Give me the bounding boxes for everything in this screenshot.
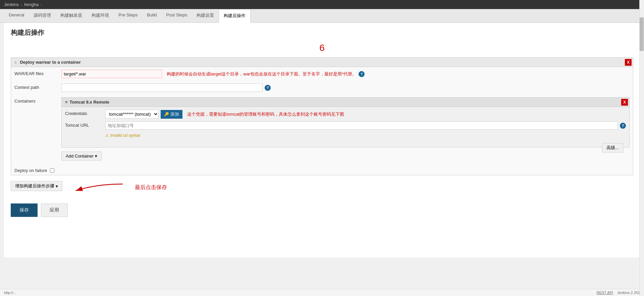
- tab-build-env[interactable]: 构建环境: [87, 9, 114, 22]
- add-container-button[interactable]: Add Container ▾: [61, 152, 102, 161]
- credentials-label: Credentials: [65, 110, 102, 116]
- credentials-annotation: 这个凭据，需要知道tomcat的管理账号和密码，具体怎么拿到这个账号密码见下图: [187, 111, 344, 117]
- context-path-input[interactable]: [61, 83, 263, 92]
- war-annotation: 构建的时候会自动生成target这个目录，war包也会放在这个目录下面。至于名字…: [167, 71, 357, 77]
- deploy-failure-label: Deploy on failure: [14, 168, 47, 173]
- section-header: ≡ Deploy war/ear to a container: [11, 58, 633, 67]
- tab-bar: General 源码管理 构建触发器 构建环境 Pre Steps Build …: [0, 9, 644, 23]
- tab-build-settings[interactable]: 构建设置: [192, 9, 219, 22]
- tomcat-url-input-area: ? ⚠ Invalid url syntax: [105, 121, 626, 138]
- tab-general[interactable]: General: [4, 9, 29, 22]
- container-close-button[interactable]: X: [621, 99, 628, 106]
- tab-build[interactable]: Build: [142, 9, 161, 22]
- action-buttons: 保存 应用: [11, 199, 633, 217]
- scrollbar-thumb[interactable]: [640, 17, 644, 51]
- context-path-label: Context path: [14, 83, 58, 90]
- advanced-button[interactable]: 高级...: [602, 143, 623, 153]
- context-path-row: Context path ?: [11, 81, 633, 95]
- drag-handle-icon: ≡: [14, 60, 16, 64]
- credentials-row: Credentials tomcat/****** (tomcat) 🔑 添加 …: [65, 110, 626, 119]
- warning-icon: ⚠: [105, 133, 109, 138]
- tomcat-url-help-icon[interactable]: ?: [620, 123, 626, 129]
- add-container-dropdown-icon: ▾: [95, 154, 97, 159]
- section-close-button[interactable]: X: [625, 59, 632, 66]
- containers-row: Containers X ≡ Tomcat 9.x Remote Credent…: [11, 95, 633, 166]
- post-build-dropdown-icon: ▾: [56, 184, 58, 189]
- top-bar: Jenkins › hengha ›: [0, 0, 644, 9]
- hengha-link[interactable]: hengha: [24, 2, 39, 7]
- key-icon: 🔑: [164, 112, 169, 117]
- tab-build-trigger[interactable]: 构建触发器: [56, 9, 87, 22]
- tab-source-mgmt[interactable]: 源码管理: [29, 9, 56, 22]
- add-button-label: 添加: [170, 111, 179, 117]
- arrow-svg: [69, 181, 129, 194]
- tab-pre-steps[interactable]: Pre Steps: [114, 9, 142, 22]
- tomcat-url-input[interactable]: [105, 121, 618, 130]
- breadcrumb-chevron2: ›: [41, 3, 42, 7]
- containers-label: Containers: [14, 97, 58, 104]
- apply-button[interactable]: 应用: [41, 203, 68, 217]
- container-form: Credentials tomcat/****** (tomcat) 🔑 添加 …: [62, 107, 629, 147]
- annotation-number: 6: [11, 43, 633, 53]
- page-title: 构建后操作: [11, 28, 633, 37]
- war-input[interactable]: [61, 70, 162, 78]
- save-button[interactable]: 保存: [11, 203, 38, 217]
- tomcat-url-row: Tomcat URL ? ⚠ Invalid url syntax: [65, 121, 626, 138]
- tab-post-build-actions[interactable]: 构建后操作: [219, 9, 251, 23]
- containers-area: X ≡ Tomcat 9.x Remote Credentials tomcat…: [61, 97, 630, 163]
- main-content: 构建后操作 6 X ≡ Deploy war/ear to a containe…: [4, 23, 640, 257]
- context-path-input-area: ?: [61, 83, 630, 92]
- credentials-input-area: tomcat/****** (tomcat) 🔑 添加 这个凭据，需要知道tom…: [105, 110, 626, 119]
- tomcat-url-label: Tomcat URL: [65, 121, 102, 128]
- deploy-section: X ≡ Deploy war/ear to a container WAR/EA…: [11, 57, 633, 175]
- context-path-help-icon[interactable]: ?: [265, 85, 271, 91]
- section-title: Deploy war/ear to a container: [20, 60, 80, 65]
- deploy-failure-checkbox[interactable]: [50, 168, 54, 173]
- add-container-label: Add Container: [66, 154, 94, 159]
- tab-post-steps[interactable]: Post Steps: [161, 9, 192, 22]
- container-title: Tomcat 9.x Remote: [70, 100, 109, 105]
- jenkins-home-link[interactable]: Jenkins: [4, 2, 19, 7]
- breadcrumb-chevron: ›: [21, 3, 22, 7]
- arrow-annotation-area: 最后点击保存: [69, 181, 167, 194]
- container-drag-handle: ≡: [65, 100, 68, 105]
- invalid-url-text: Invalid url syntax: [110, 133, 140, 138]
- deploy-failure-row: Deploy on failure: [11, 166, 633, 175]
- post-build-label: 增加构建后操作步骤: [15, 183, 54, 189]
- scrollbar[interactable]: [639, 0, 644, 257]
- credentials-add-button[interactable]: 🔑 添加: [161, 110, 182, 119]
- war-help-icon[interactable]: ?: [359, 71, 365, 77]
- container-header: ≡ Tomcat 9.x Remote: [62, 98, 629, 107]
- war-ear-row: WAR/EAR files 构建的时候会自动生成target这个目录，war包也…: [11, 67, 633, 81]
- post-build-steps-button[interactable]: 增加构建后操作步骤 ▾: [11, 181, 62, 191]
- arrow-annotation-text: 最后点击保存: [135, 184, 167, 191]
- war-input-area: 构建的时候会自动生成target这个目录，war包也会放在这个目录下面。至于名字…: [61, 70, 630, 78]
- war-label: WAR/EAR files: [14, 70, 58, 76]
- tomcat-container: X ≡ Tomcat 9.x Remote Credentials tomcat…: [61, 97, 630, 147]
- invalid-url-message: ⚠ Invalid url syntax: [105, 133, 140, 138]
- credentials-select[interactable]: tomcat/****** (tomcat): [105, 110, 159, 119]
